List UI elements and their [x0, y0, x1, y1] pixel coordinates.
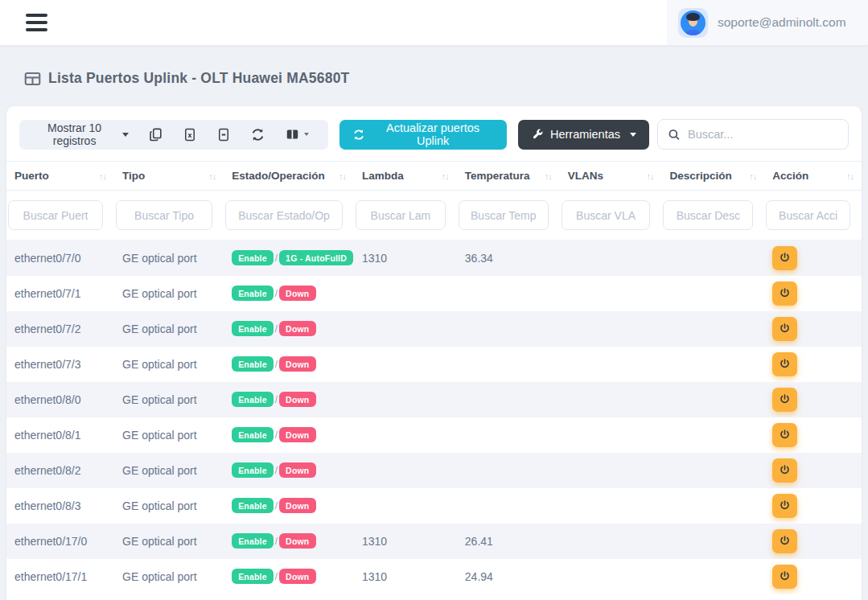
cell-estado-operacion: Enable/Down — [224, 488, 354, 524]
cell-puerto: ethernet0/7/2 — [6, 311, 114, 347]
cell-tipo: GE optical port — [114, 417, 224, 453]
column-label: Estado/Operación — [232, 170, 325, 182]
column-header-vlans[interactable]: VLANs↑↓ — [560, 162, 662, 191]
port-power-button[interactable] — [772, 352, 797, 376]
file-icon[interactable] — [208, 124, 239, 146]
port-power-button[interactable] — [772, 317, 797, 341]
sort-icon: ↑↓ — [646, 171, 656, 181]
column-header-temperatura[interactable]: Temperatura↑↓ — [457, 162, 560, 191]
port-power-button[interactable] — [772, 423, 797, 447]
operacion-badge: 1G - AutoFullD — [279, 250, 353, 265]
table-header-row: Puerto↑↓Tipo↑↓Estado/Operación↑↓Lambda↑↓… — [6, 162, 862, 191]
filter-input-estado[interactable] — [225, 200, 343, 230]
estado-badge: Enable — [232, 569, 274, 584]
filter-input-temperatura[interactable] — [459, 200, 549, 230]
column-header-accion[interactable]: Acción↑↓ — [764, 162, 862, 191]
user-menu[interactable]: soporte@adminolt.com — [667, 0, 868, 45]
filter-input-lambda[interactable] — [356, 200, 446, 230]
power-icon — [779, 535, 791, 547]
port-power-button[interactable] — [772, 458, 797, 483]
copy-icon[interactable] — [140, 124, 171, 146]
cell-tipo: GE optical port — [114, 382, 224, 417]
menu-icon[interactable] — [23, 10, 51, 35]
port-power-button[interactable] — [772, 282, 797, 306]
columns-icon[interactable] — [277, 124, 317, 145]
table-controls: Mostrar 10 registros — [19, 120, 328, 150]
cell-tipo: GE optical port — [114, 488, 224, 524]
filter-input-tipo[interactable] — [116, 200, 212, 230]
cell-estado-operacion: Enable/1G - AutoFullD — [224, 240, 354, 276]
cell-tipo: GE optical port — [114, 240, 224, 276]
cell-tipo: GE optical port — [114, 276, 224, 311]
column-header-puerto[interactable]: Puerto↑↓ — [6, 162, 114, 191]
cell-estado-operacion: Enable/Down — [224, 453, 354, 488]
cell-descripcion — [661, 382, 764, 417]
filter-input-puerto[interactable] — [8, 200, 103, 230]
cell-accion — [764, 276, 862, 311]
estado-badge: Enable — [232, 321, 274, 336]
tools-dropdown-button[interactable]: Herramientas — [518, 120, 649, 150]
column-header-tipo[interactable]: Tipo↑↓ — [114, 162, 224, 191]
port-power-button[interactable] — [772, 388, 797, 412]
top-navbar: soporte@adminolt.com — [0, 0, 868, 46]
badge-separator: / — [275, 253, 278, 264]
cell-estado-operacion: Enable/Down — [224, 276, 354, 311]
cell-vlans — [560, 276, 662, 311]
excel-icon[interactable] — [175, 124, 205, 146]
cell-accion — [764, 347, 862, 382]
cell-temperatura — [457, 382, 560, 417]
cell-descripcion — [661, 347, 764, 382]
power-icon — [779, 287, 791, 299]
sort-icon: ↑↓ — [545, 171, 555, 181]
cell-accion — [764, 311, 862, 347]
page-header: Lista Puertos Uplink - OLT Huawei MA5680… — [0, 46, 868, 87]
cell-descripcion — [661, 240, 764, 276]
cell-temperatura — [457, 347, 560, 382]
port-power-button[interactable] — [772, 529, 797, 553]
cell-vlans — [560, 240, 662, 276]
power-icon — [779, 393, 791, 405]
operacion-badge: Down — [279, 462, 315, 478]
badge-separator: / — [275, 536, 278, 547]
cell-vlans — [560, 417, 662, 453]
cell-descripcion — [661, 417, 764, 453]
search-input[interactable] — [688, 128, 838, 141]
filter-input-accion[interactable] — [766, 200, 850, 230]
refresh-icon[interactable] — [242, 124, 274, 146]
column-header-estado[interactable]: Estado/Operación↑↓ — [224, 162, 354, 191]
port-power-button[interactable] — [772, 246, 797, 270]
cell-puerto: ethernet0/8/2 — [6, 453, 114, 488]
filter-input-vlans[interactable] — [562, 200, 651, 230]
sort-icon: ↑↓ — [846, 171, 857, 181]
estado-badge: Enable — [232, 250, 274, 265]
sort-icon: ↑↓ — [749, 171, 759, 181]
cell-temperatura: 24.94 — [457, 559, 560, 594]
estado-badge: Enable — [232, 356, 274, 372]
cell-temperatura — [457, 276, 560, 311]
table-row: ethernet0/7/1GE optical portEnable/Down — [6, 276, 862, 311]
chevron-down-icon — [630, 133, 636, 137]
power-icon — [779, 358, 791, 370]
filter-input-descripcion[interactable] — [663, 200, 753, 230]
cell-lambda — [354, 488, 457, 524]
refresh-uplink-button[interactable]: Actualizar puertos Uplink — [339, 120, 507, 150]
cell-vlans — [560, 347, 662, 382]
operacion-badge: Down — [279, 321, 315, 336]
port-power-button[interactable] — [772, 565, 797, 589]
cell-vlans — [560, 382, 662, 417]
cell-puerto: ethernet0/8/3 — [6, 488, 114, 524]
table-icon — [24, 72, 41, 86]
column-header-lambda[interactable]: Lambda↑↓ — [354, 162, 457, 191]
estado-badge: Enable — [232, 392, 274, 407]
cell-vlans — [560, 559, 662, 594]
column-header-descripcion[interactable]: Descripción↑↓ — [661, 162, 764, 191]
column-label: Acción — [772, 170, 808, 182]
port-power-button[interactable] — [772, 494, 797, 518]
table-row: ethernet0/17/0GE optical portEnable/Down… — [6, 524, 862, 559]
show-entries-dropdown[interactable]: Mostrar 10 registros — [31, 121, 137, 147]
cell-estado-operacion: Enable/Down — [224, 311, 354, 347]
estado-badge: Enable — [232, 462, 274, 478]
sort-icon: ↑↓ — [208, 171, 219, 181]
refresh-icon — [352, 128, 365, 142]
power-icon — [779, 323, 791, 335]
